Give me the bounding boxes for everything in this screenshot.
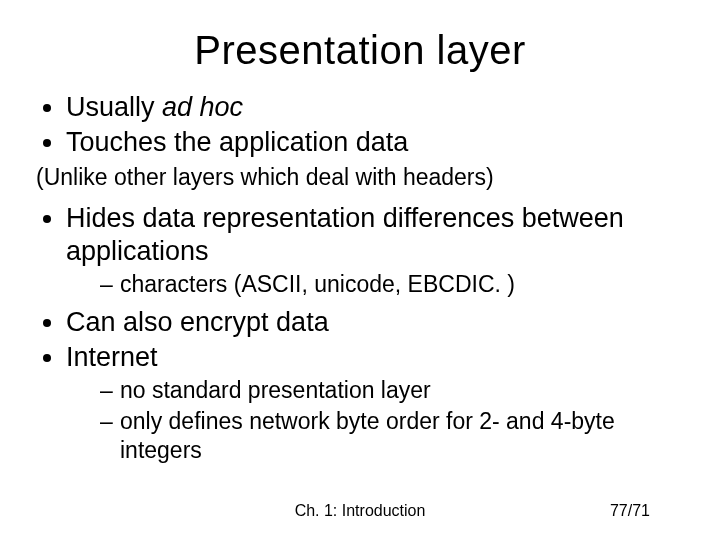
paragraph: (Unlike other layers which deal with hea…	[36, 163, 684, 192]
slide-title: Presentation layer	[36, 28, 684, 73]
bullet-item: Usually ad hoc	[66, 91, 684, 124]
slide: Presentation layer Usually ad hoc Touche…	[0, 0, 720, 540]
bullet-text: Internet	[66, 342, 158, 372]
bullet-text-italic: ad hoc	[162, 92, 243, 122]
sub-bullet-list: characters (ASCII, unicode, EBCDIC. )	[100, 270, 684, 299]
bullet-text: Can also encrypt data	[66, 307, 329, 337]
sub-bullet-item: characters (ASCII, unicode, EBCDIC. )	[100, 270, 684, 299]
bullet-text: Hides data representation differences be…	[66, 203, 624, 266]
bullet-item: Hides data representation differences be…	[66, 202, 684, 299]
sub-bullet-list: no standard presentation layer only defi…	[100, 376, 684, 464]
bullet-item: Internet no standard presentation layer …	[66, 341, 684, 464]
bullet-list: Usually ad hoc Touches the application d…	[42, 91, 684, 159]
sub-bullet-item: no standard presentation layer	[100, 376, 684, 405]
sub-bullet-text: characters (ASCII, unicode, EBCDIC. )	[120, 271, 515, 297]
bullet-list: Hides data representation differences be…	[42, 202, 684, 465]
bullet-item: Can also encrypt data	[66, 306, 684, 339]
sub-bullet-text: no standard presentation layer	[120, 377, 431, 403]
footer-page-number: 77/71	[610, 502, 650, 520]
sub-bullet-text: only defines network byte order for 2- a…	[120, 408, 615, 463]
sub-bullet-item: only defines network byte order for 2- a…	[100, 407, 684, 465]
bullet-text: Usually	[66, 92, 162, 122]
bullet-text: Touches the application data	[66, 127, 408, 157]
bullet-item: Touches the application data	[66, 126, 684, 159]
